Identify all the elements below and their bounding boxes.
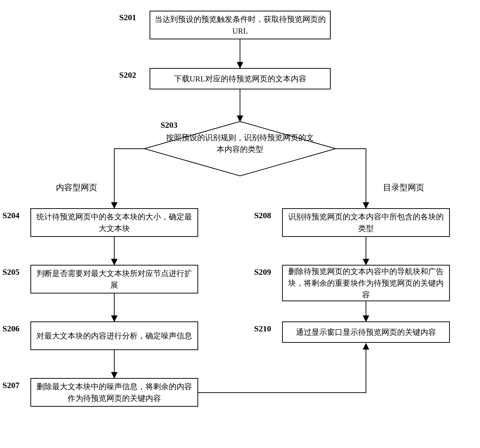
step-label-s206: S206 [2, 325, 19, 333]
step-label-s207: S207 [2, 381, 19, 389]
step-text-s207: 删除最大文本块中的噪声信息，将剩余的内容作为待预览网页的关键内容 [34, 381, 195, 404]
step-text-s203: 按照预设的识别规则，识别待预览网页的文本内容的类型 [166, 133, 314, 154]
branch-left-label: 内容型网页 [56, 183, 97, 192]
flowchart: S201 当达到预设的预览触发条件时，获取待预览网页的URL S202 下载UR… [0, 0, 480, 448]
step-text-s209: 删除待预览网页的文本内容中的导航块和广告块，将剩余的重要块作为待预览网页的关键内… [285, 266, 447, 301]
step-box-s202: 下载URL对应的待预览网页的文本内容 [150, 68, 331, 89]
step-box-s207: 删除最大文本块中的噪声信息，将剩余的内容作为待预览网页的关键内容 [30, 378, 198, 407]
step-label-s210: S210 [254, 325, 271, 333]
step-text-s204: 统计待预览网页中的各文本块的大小，确定最大文本块 [34, 211, 195, 234]
step-label-s202: S202 [119, 71, 136, 79]
step-box-s206: 对最大文本块的内容进行分析，确定噪声信息 [30, 321, 198, 350]
step-text-s203-container: 按照预设的识别规则，识别待预览网页的文本内容的类型 [165, 132, 315, 155]
step-label-s208: S208 [254, 211, 271, 220]
step-text-s206: 对最大文本块的内容进行分析，确定噪声信息 [36, 330, 192, 342]
step-text-s201: 当达到预设的预览触发条件时，获取待预览网页的URL [153, 13, 328, 37]
step-text-s208: 识别待预览网页的文本内容中所包含的各块的类型 [285, 211, 447, 234]
step-label-s203: S203 [160, 121, 178, 129]
branch-right-label: 目录型网页 [383, 183, 424, 192]
step-label-s209: S209 [254, 268, 271, 276]
step-box-s201: 当达到预设的预览触发条件时，获取待预览网页的URL [150, 11, 331, 39]
step-label-s201: S201 [119, 13, 136, 22]
step-box-s204: 统计待预览网页中的各文本块的大小，确定最大文本块 [30, 208, 198, 237]
step-box-s209: 删除待预览网页的文本内容中的导航块和广告块，将剩余的重要块作为待预览网页的关键内… [282, 265, 450, 301]
step-text-s205: 判断是否需要对最大文本块所对应节点进行扩展 [34, 267, 195, 291]
step-label-s204: S204 [2, 211, 19, 220]
step-box-s210: 通过显示窗口显示待预览网页的关键内容 [282, 321, 450, 343]
step-box-s205: 判断是否需要对最大文本块所对应节点进行扩展 [30, 265, 198, 293]
step-text-s202: 下载URL对应的待预览网页的文本内容 [174, 73, 306, 85]
step-box-s208: 识别待预览网页的文本内容中所包含的各块的类型 [282, 208, 450, 237]
step-label-s205: S205 [2, 268, 19, 276]
step-text-s210: 通过显示窗口显示待预览网页的关键内容 [296, 326, 436, 338]
